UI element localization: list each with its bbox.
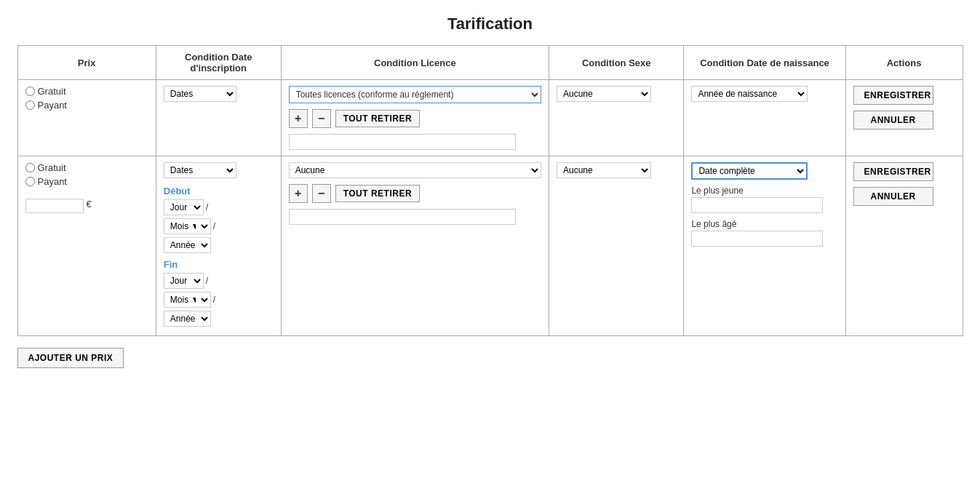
page-title: Tarification <box>15 15 965 33</box>
licence-dropdown-1[interactable]: Toutes licences (conforme au réglement) … <box>289 86 541 103</box>
fin-mois-select[interactable]: Mois ▼ <box>164 292 211 308</box>
euro-symbol-2: € <box>87 199 92 210</box>
leplus-age-label: Le plus âgé <box>691 219 837 229</box>
header-condition-sexe: Condition Sexe <box>549 46 684 80</box>
licence-btn-row-1: + − TOUT RETIRER <box>289 109 541 128</box>
prix-radio-group-2: Gratuit Payant <box>25 162 148 187</box>
radio-payant-1-label[interactable]: Payant <box>25 100 148 111</box>
btn-enregistrer-2[interactable]: ENREGISTRER <box>853 162 933 181</box>
radio-gratuit-2-label[interactable]: Gratuit <box>25 162 148 173</box>
debut-mois-select[interactable]: Mois ▼ <box>164 218 211 234</box>
price-input-2[interactable] <box>25 199 84 213</box>
naissance-cell-2: Date complète Le plus jeune Le plus âgé <box>684 156 845 336</box>
sexe-select-1[interactable]: Aucune <box>557 86 651 102</box>
licence-btn-row-2: + − TOUT RETIRER <box>289 184 541 203</box>
btn-minus-1[interactable]: − <box>312 109 331 128</box>
header-condition-naissance: Condition Date de naissance <box>684 46 845 80</box>
header-condition-licence: Condition Licence <box>281 46 549 80</box>
slash-1: / <box>206 202 208 212</box>
btn-annuler-2[interactable]: ANNULER <box>853 187 933 206</box>
fin-annee-select[interactable]: Année ▼ <box>164 311 211 327</box>
date-inscription-cell-2: Dates Début Jour ▼ / Mois ▼ / <box>156 156 281 336</box>
btn-plus-1[interactable]: + <box>289 109 308 128</box>
radio-payant-1[interactable] <box>25 100 35 110</box>
naissance-cell-1: Année de naissance <box>684 80 845 156</box>
actions-cell-2: ENREGISTRER ANNULER <box>845 156 963 336</box>
leplus-jeune-input[interactable] <box>691 197 823 213</box>
date-complete-select-2[interactable]: Date complète <box>691 162 808 180</box>
leplus-age-input[interactable] <box>691 231 823 247</box>
leplus-jeune-label: Le plus jeune <box>691 186 837 196</box>
radio-gratuit-1-text: Gratuit <box>38 86 66 97</box>
header-date-inscription: Condition Date d'inscription <box>156 46 281 80</box>
prix-cell-1: Gratuit Payant <box>17 80 156 156</box>
table-row: Gratuit Payant Dates Toutes licences (co… <box>17 80 963 156</box>
radio-gratuit-2[interactable] <box>25 163 35 172</box>
label-debut: Début <box>164 186 274 196</box>
btn-enregistrer-1[interactable]: ENREGISTRER <box>853 86 933 105</box>
licence-select-2[interactable]: Aucune <box>289 162 541 178</box>
fin-annee-row: Année ▼ <box>164 311 274 327</box>
dates-select-1[interactable]: Dates <box>164 86 236 102</box>
radio-payant-2[interactable] <box>25 177 35 186</box>
btn-annuler-1[interactable]: ANNULER <box>853 111 933 130</box>
sexe-select-2[interactable]: Aucune <box>557 162 651 178</box>
tarification-table: Prix Condition Date d'inscription Condit… <box>17 45 963 336</box>
radio-gratuit-1-label[interactable]: Gratuit <box>25 86 148 97</box>
sexe-cell-1: Aucune <box>549 80 684 156</box>
radio-payant-2-label[interactable]: Payant <box>25 176 148 187</box>
radio-gratuit-2-text: Gratuit <box>38 162 66 173</box>
debut-annee-row: Année ▼ <box>164 237 274 253</box>
date-inscription-cell-1: Dates <box>156 80 281 156</box>
label-fin: Fin <box>164 259 274 270</box>
radio-gratuit-1[interactable] <box>25 87 35 96</box>
header-prix: Prix <box>17 46 156 80</box>
prix-cell-2: Gratuit Payant € <box>17 156 156 336</box>
btn-minus-2[interactable]: − <box>312 184 331 203</box>
btn-plus-2[interactable]: + <box>289 184 308 203</box>
naissance-select-1[interactable]: Année de naissance <box>691 86 808 102</box>
fin-mois-row: Mois ▼ / <box>164 292 274 308</box>
fin-jour-select[interactable]: Jour ▼ <box>164 273 204 289</box>
header-actions: Actions <box>845 46 963 80</box>
radio-payant-2-text: Payant <box>38 176 67 187</box>
btn-tout-retirer-2[interactable]: TOUT RETIRER <box>335 185 420 202</box>
debut-annee-select[interactable]: Année ▼ <box>164 237 211 253</box>
actions-cell-1: ENREGISTRER ANNULER <box>845 80 963 156</box>
debut-mois-row: Mois ▼ / <box>164 218 274 234</box>
debut-jour-select[interactable]: Jour ▼ <box>164 199 204 215</box>
licence-text-input-1[interactable] <box>289 134 517 150</box>
table-row: Gratuit Payant € Dates Déb <box>17 156 963 336</box>
slash-4: / <box>213 295 215 305</box>
radio-payant-1-text: Payant <box>38 100 67 111</box>
add-price-button[interactable]: AJOUTER UN PRIX <box>17 348 124 368</box>
licence-text-input-2[interactable] <box>289 209 517 225</box>
slash-3: / <box>206 276 208 286</box>
fin-jour-row: Jour ▼ / <box>164 273 274 289</box>
licence-cell-1: Toutes licences (conforme au réglement) … <box>281 80 549 156</box>
sexe-cell-2: Aucune <box>549 156 684 336</box>
btn-tout-retirer-1[interactable]: TOUT RETIRER <box>335 110 420 127</box>
slash-2: / <box>213 221 215 231</box>
debut-jour-row: Jour ▼ / <box>164 199 274 215</box>
dates-select-2[interactable]: Dates <box>164 162 236 178</box>
licence-cell-2: Aucune + − TOUT RETIRER <box>281 156 549 336</box>
prix-radio-group-1: Gratuit Payant <box>25 86 148 111</box>
